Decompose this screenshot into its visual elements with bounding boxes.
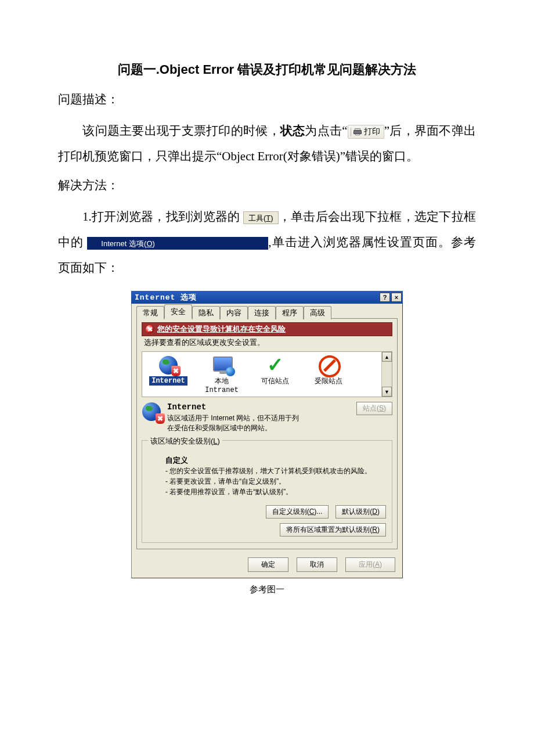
default-accel: D <box>372 507 377 516</box>
tab-panel-security: ✖ 您的安全设置导致计算机存在安全风险 选择要查看的区域或更改安全设置。 ✖ I… <box>136 318 398 549</box>
default-level-button[interactable]: 默认级别(D) <box>335 505 386 519</box>
default-close: ) <box>377 507 380 516</box>
zone-detail-desc: 该区域适用于 Internet 网站，但不适用于列在受信任和受限制区域中的网站。 <box>167 413 301 433</box>
tab-programs[interactable]: 程序 <box>276 306 304 319</box>
zone-internet-label: Internet <box>149 376 187 386</box>
p2a: 1.打开浏览器，找到浏览器的 <box>82 210 240 224</box>
tools-accel: T <box>266 210 270 226</box>
separator <box>351 128 351 136</box>
tab-connections[interactable]: 连接 <box>248 306 276 319</box>
zone-detail-head: Internet <box>167 402 301 413</box>
level-block: 自定义 - 您的安全设置低于推荐级别，增大了计算机受到联机攻击的风险。 - 若要… <box>165 455 386 498</box>
legend-a: 该区域的安全级别( <box>150 437 213 445</box>
section-problem-desc: 问题描述： <box>58 91 476 107</box>
warning-x-icon: ✖ <box>146 325 154 333</box>
zone-list: ✖ Internet 本地 Intranet ✓ 可信站点 受限站点 <box>142 351 392 397</box>
security-level-group: 该区域的安全级别(L) 自定义 - 您的安全设置低于推荐级别，增大了计算机受到联… <box>142 440 392 543</box>
dialog-titlebar: Internet 选项 ? × <box>131 291 403 304</box>
ok-button[interactable]: 确定 <box>248 557 288 572</box>
internet-options-dialog: Internet 选项 ? × 常规 安全 隐私 内容 连接 程序 高级 ✖ 您… <box>131 291 403 578</box>
mini-globe-icon <box>226 367 235 376</box>
zone-instruction: 选择要查看的区域或更改安全设置。 <box>144 337 392 348</box>
level-line-3: - 若要使用推荐设置，请单击“默认级别”。 <box>165 487 386 497</box>
tab-advanced[interactable]: 高级 <box>304 306 331 319</box>
p1b: 为点击“ <box>305 124 347 138</box>
zone-detail: ✖ Internet 该区域适用于 Internet 网站，但不适用于列在受信任… <box>142 402 392 433</box>
apply-close: ) <box>380 560 382 568</box>
security-warning-text: 您的安全设置导致计算机存在安全风险 <box>157 324 286 334</box>
section-solution: 解决方法： <box>58 177 476 193</box>
apply-button[interactable]: 应用(A) <box>345 557 395 572</box>
group-legend: 该区域的安全级别(L) <box>148 436 222 447</box>
zone-scrollbar[interactable]: ▲ ▼ <box>381 352 392 397</box>
tab-privacy[interactable]: 隐私 <box>192 306 220 319</box>
para-problem: 该问题主要出现于支票打印的时候，状态为点击“ 打印 ”后，界面不弹出打印机预览窗… <box>58 118 476 169</box>
zone-intranet-label: 本地 <box>200 376 243 386</box>
legend-close: ) <box>218 437 220 445</box>
menu-item-text: Internet 选项( <box>101 236 146 251</box>
tab-general[interactable]: 常规 <box>136 306 164 319</box>
zone-intranet-label2: Intranet <box>200 386 243 394</box>
legend-accel: L <box>213 437 217 445</box>
p1-state: 状态 <box>280 124 305 137</box>
check-icon: ✓ <box>266 356 284 375</box>
tools-text2: ) <box>270 210 273 226</box>
shield-x-icon: ✖ <box>171 366 181 376</box>
dialog-body: 常规 安全 隐私 内容 连接 程序 高级 ✖ 您的安全设置导致计算机存在安全风险… <box>131 304 403 578</box>
figure-caption: 参考图一 <box>58 584 476 595</box>
sites-button[interactable]: 站点(S) <box>356 402 392 415</box>
tools-text: 工具( <box>248 210 266 226</box>
print-button-chip: 打印 <box>348 125 384 139</box>
zone-trusted-label: 可信站点 <box>254 376 297 386</box>
tools-menu-chip: 工具(T) <box>243 211 279 224</box>
zone-restricted-label: 受限站点 <box>307 376 350 386</box>
print-label: 打印 <box>364 128 380 136</box>
close-button[interactable]: × <box>391 293 402 302</box>
p1a: 该问题主要出现于支票打印的时候， <box>82 124 280 138</box>
level-line-2: - 若要更改设置，请单击“自定义级别”。 <box>165 476 386 487</box>
tab-security[interactable]: 安全 <box>164 304 192 319</box>
para-step1: 1.打开浏览器，找到浏览器的 工具(T) ，单击后会出现下拉框，选定下拉框中的 … <box>58 204 476 280</box>
scroll-down-icon[interactable]: ▼ <box>382 387 392 397</box>
menu-accel: O <box>146 236 152 251</box>
custom-suffix: )... <box>314 507 322 516</box>
menu-item-text2: ) <box>153 236 155 251</box>
scroll-up-icon[interactable]: ▲ <box>382 352 392 362</box>
shield-x-icon: ✖ <box>156 413 165 424</box>
custom-t: 自定义级别( <box>272 507 309 516</box>
reset-all-button[interactable]: 将所有区域重置为默认级别(R) <box>280 523 386 537</box>
zone-restricted[interactable]: 受限站点 <box>307 355 350 386</box>
tabs: 常规 安全 隐私 内容 连接 程序 高级 <box>136 306 398 319</box>
dialog-bottom-buttons: 确定 取消 应用(A) <box>136 557 398 572</box>
sites-btn-text: 站点( <box>363 404 379 412</box>
level-buttons: 自定义级别(C)... 默认级别(D) <box>148 505 386 519</box>
reset-row: 将所有区域重置为默认级别(R) <box>148 523 386 537</box>
internet-options-menuitem: Internet 选项(O) <box>87 237 268 250</box>
cancel-button[interactable]: 取消 <box>297 557 337 572</box>
zone-internet[interactable]: ✖ Internet <box>147 355 190 386</box>
sites-close: ) <box>384 404 386 412</box>
zone-intranet[interactable]: 本地 Intranet <box>200 355 243 394</box>
security-warning-bar: ✖ 您的安全设置导致计算机存在安全风险 <box>142 322 392 336</box>
apply-accel: A <box>375 560 380 568</box>
level-line-1: - 您的安全设置低于推荐级别，增大了计算机受到联机攻击的风险。 <box>165 466 386 476</box>
doc-title: 问题一.Object Error 错误及打印机常见问题解决方法 <box>58 61 476 78</box>
forbidden-icon <box>319 355 341 377</box>
level-head: 自定义 <box>165 455 386 466</box>
default-t: 默认级别( <box>342 507 372 516</box>
reset-accel: R <box>372 525 377 534</box>
apply-t: 应用( <box>359 560 375 568</box>
zone-trusted[interactable]: ✓ 可信站点 <box>254 355 297 386</box>
reset-close: ) <box>377 525 380 534</box>
reset-t: 将所有区域重置为默认级别( <box>286 525 372 534</box>
printer-icon <box>353 128 362 135</box>
sites-accel: S <box>379 404 384 412</box>
help-button[interactable]: ? <box>380 293 390 302</box>
tab-content[interactable]: 内容 <box>220 306 248 319</box>
dialog-title: Internet 选项 <box>135 292 378 303</box>
custom-level-button[interactable]: 自定义级别(C)... <box>266 505 329 519</box>
